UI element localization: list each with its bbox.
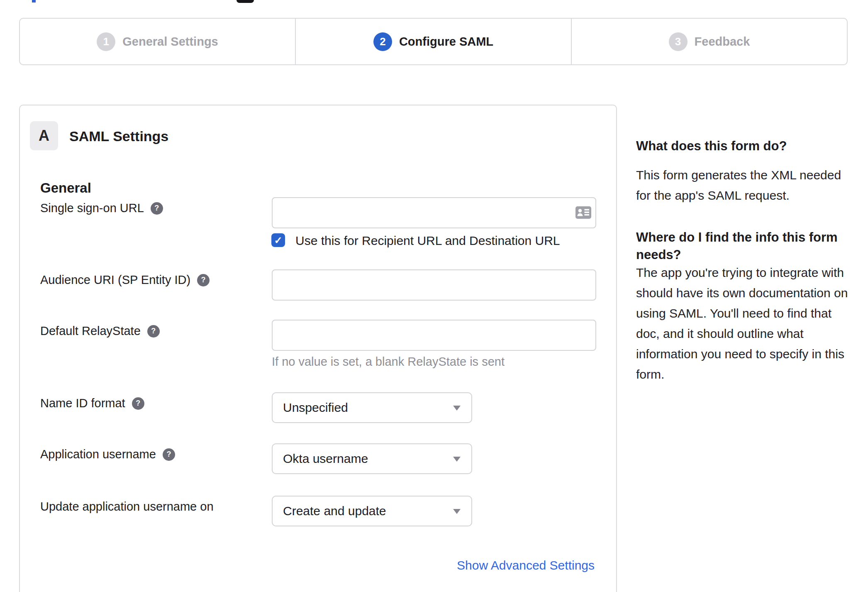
show-advanced-settings-link[interactable]: Show Advanced Settings bbox=[457, 558, 595, 572]
sso-url-label: Single sign-on URL ? bbox=[40, 201, 163, 215]
step-general-settings[interactable]: 1 General Settings bbox=[20, 19, 295, 64]
audience-uri-label: Audience URI (SP Entity ID) ? bbox=[40, 273, 210, 287]
relay-state-label-text: Default RelayState bbox=[40, 324, 141, 338]
help-icon[interactable]: ? bbox=[151, 202, 163, 215]
name-id-format-value: Unspecified bbox=[273, 401, 348, 415]
step-feedback[interactable]: 3 Feedback bbox=[571, 19, 847, 64]
name-id-format-label: Name ID format ? bbox=[40, 396, 144, 410]
saml-settings-card: A SAML Settings General Single sign-on U… bbox=[19, 105, 617, 592]
application-username-label: Application username ? bbox=[40, 448, 175, 461]
sidebar-text-line: information you need to specify in this bbox=[636, 344, 848, 364]
step-3-label: Feedback bbox=[695, 35, 750, 49]
sidebar-heading-line: Where do I find the info this form bbox=[636, 229, 838, 246]
group-heading-general: General bbox=[40, 180, 91, 196]
sidebar-text-line: This form generates the XML needed bbox=[636, 165, 841, 185]
help-icon[interactable]: ? bbox=[147, 325, 160, 338]
sidebar-paragraph-what: This form generates the XML needed for t… bbox=[636, 165, 841, 205]
step-1-label: General Settings bbox=[122, 35, 218, 49]
relay-state-hint: If no value is set, a blank RelayState i… bbox=[272, 355, 505, 369]
name-id-format-label-text: Name ID format bbox=[40, 396, 125, 410]
audience-uri-input[interactable] bbox=[272, 269, 596, 301]
audience-uri-label-text: Audience URI (SP Entity ID) bbox=[40, 273, 190, 287]
dropdown-arrow-icon bbox=[453, 457, 461, 462]
relay-state-label: Default RelayState ? bbox=[40, 324, 160, 338]
sidebar-text-line: The app you're trying to integrate with bbox=[636, 262, 848, 283]
sidebar-heading-where: Where do I find the info this form needs… bbox=[636, 229, 838, 264]
application-username-label-text: Application username bbox=[40, 448, 156, 461]
step-1-number-badge: 1 bbox=[97, 32, 115, 51]
step-3-number-badge: 3 bbox=[669, 32, 688, 51]
recipient-url-checkbox[interactable]: ✓ bbox=[271, 233, 285, 247]
check-icon: ✓ bbox=[274, 235, 282, 246]
cutoff-artifact-logo bbox=[237, 0, 254, 3]
help-icon[interactable]: ? bbox=[197, 274, 210, 286]
help-icon[interactable]: ? bbox=[132, 397, 144, 410]
step-configure-saml[interactable]: 2 Configure SAML bbox=[295, 19, 571, 64]
sidebar-text-line: should have its own documentation on bbox=[636, 283, 848, 303]
dropdown-arrow-icon bbox=[453, 509, 461, 514]
sso-url-input[interactable] bbox=[272, 197, 596, 228]
sidebar-text-line: doc, and it should outline what bbox=[636, 323, 848, 344]
sidebar-text-line: form. bbox=[636, 364, 848, 384]
update-username-value: Create and update bbox=[273, 504, 386, 518]
update-username-select[interactable]: Create and update bbox=[272, 496, 472, 526]
update-username-label-text: Update application username on bbox=[40, 500, 214, 514]
step-2-number-badge: 2 bbox=[373, 32, 392, 51]
contact-card-icon bbox=[575, 206, 591, 220]
section-badge-a: A bbox=[30, 121, 58, 150]
relay-state-input[interactable] bbox=[272, 320, 596, 351]
help-icon[interactable]: ? bbox=[163, 448, 175, 461]
application-username-value: Okta username bbox=[273, 452, 368, 466]
sidebar-paragraph-where: The app you're trying to integrate with … bbox=[636, 262, 848, 384]
sidebar-heading-line: needs? bbox=[636, 246, 838, 264]
application-username-select[interactable]: Okta username bbox=[272, 443, 472, 474]
update-username-label: Update application username on bbox=[40, 500, 214, 514]
name-id-format-select[interactable]: Unspecified bbox=[272, 392, 472, 423]
dropdown-arrow-icon bbox=[453, 406, 461, 411]
wizard-stepper: 1 General Settings 2 Configure SAML 3 Fe… bbox=[19, 18, 848, 65]
recipient-url-checkbox-label[interactable]: Use this for Recipient URL and Destinati… bbox=[295, 234, 560, 248]
sidebar-text-line: using SAML. You'll need to find that bbox=[636, 303, 848, 323]
cutoff-artifact-blue bbox=[32, 0, 36, 2]
sso-url-label-text: Single sign-on URL bbox=[40, 201, 144, 215]
sidebar-heading-what: What does this form do? bbox=[636, 137, 787, 155]
section-title: SAML Settings bbox=[69, 128, 168, 144]
step-2-label: Configure SAML bbox=[399, 35, 493, 49]
sidebar-text-line: for the app's SAML request. bbox=[636, 185, 841, 205]
